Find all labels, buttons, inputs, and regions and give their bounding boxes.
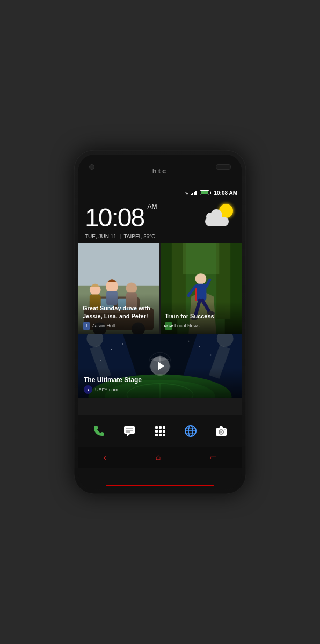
svg-rect-51 [163,426,165,429]
bottom-nav [78,415,242,447]
nav-bottom-buttons: ‹ ⌂ ▭ [78,447,242,468]
video-title: The Ultimate Stage [84,376,236,384]
messages-icon [122,424,136,438]
svg-rect-21 [195,288,197,301]
social-card-overlay: Great Sunday drive with Jessie, Lisa, an… [78,294,159,334]
svg-rect-45 [124,426,135,434]
social-card-title: Great Sunday drive with Jessie, Lisa, an… [83,304,155,320]
screen: ∿ 10:08 AM 10:08 [78,187,242,468]
news-card-source: NSW Local News [165,322,237,330]
status-time: 10:08 AM [214,190,237,196]
svg-rect-28 [183,243,220,274]
svg-point-41 [188,341,189,342]
svg-rect-53 [159,430,162,433]
status-icons: ∿ 10:08 AM [184,190,237,196]
front-camera [89,164,94,170]
video-source-label: UEFA.com [95,387,118,392]
home-button[interactable]: ⌂ [156,452,161,462]
nsw-icon: NSW [165,322,172,330]
clock-left: 10:08 AM TUE, JUN 11 | TAIPEI, 26°C [85,203,157,239]
video-source: ★ UEFA.com [84,385,236,394]
svg-rect-57 [163,434,165,436]
svg-point-36 [111,349,112,350]
nav-messages[interactable] [118,419,141,443]
status-bar: ∿ 10:08 AM [78,187,242,199]
browser-icon [184,424,198,438]
weather-icon [203,203,235,229]
ucl-icon: ★ [84,385,92,394]
nav-phone[interactable] [87,419,111,443]
back-button[interactable]: ‹ [103,452,106,463]
social-source-label: Jason Holt [92,323,115,328]
svg-point-39 [199,346,200,347]
svg-point-40 [210,354,211,355]
svg-point-66 [220,431,222,433]
clock-widget: 10:08 AM TUE, JUN 11 | TAIPEI, 26°C [78,199,242,243]
svg-rect-52 [155,430,158,433]
news-card-overlay: Train for Success NSW Local News [161,302,242,334]
svg-marker-64 [219,426,223,428]
svg-rect-56 [159,434,162,436]
video-overlay: The Ultimate Stage ★ UEFA.com [78,368,242,398]
cards-row-top: Great Sunday drive with Jessie, Lisa, an… [78,243,242,334]
news-card-title: Train for Success [165,312,237,320]
svg-point-12 [126,283,137,294]
svg-rect-55 [155,434,158,436]
bottom-bezel [78,468,242,489]
date-info: TUE, JUN 11 | TAIPEI, 26°C [85,233,157,239]
cloud-shape [203,215,231,226]
social-card[interactable]: Great Sunday drive with Jessie, Lisa, an… [78,243,159,334]
earpiece [216,164,231,170]
camera-icon [214,424,228,438]
weather-widget [203,203,235,229]
svg-rect-50 [159,426,162,429]
news-source-label: Local News [174,323,200,328]
nav-apps[interactable] [148,419,172,443]
news-card[interactable]: Train for Success NSW Local News [161,243,242,334]
svg-point-38 [100,360,101,361]
wifi-icon: ∿ [184,190,188,196]
svg-rect-54 [163,430,165,433]
facebook-icon: f [83,322,90,330]
content-cards: Great Sunday drive with Jessie, Lisa, an… [78,243,242,415]
svg-rect-49 [155,426,158,429]
apps-icon [153,424,167,438]
battery-fill [201,191,208,194]
svg-point-19 [195,273,207,284]
svg-rect-67 [224,429,226,430]
nav-camera[interactable] [209,419,233,443]
clock-time: 10:08 AM [85,203,157,232]
recent-apps-button[interactable]: ▭ [210,453,217,462]
svg-point-37 [122,343,123,345]
am-pm-label: AM [148,203,157,210]
phone-device: htc ∿ 10:08 AM [74,150,246,494]
htc-logo: htc [152,167,168,175]
battery-icon [200,190,209,195]
nav-browser[interactable] [179,419,202,443]
video-card[interactable]: The Ultimate Stage ★ UEFA.com [78,334,242,398]
phone-icon [92,424,106,438]
signal-icon [191,190,197,195]
top-bezel: htc [78,155,242,187]
phone-inner: htc ∿ 10:08 AM [78,155,242,489]
red-strip-bottom [106,485,214,486]
svg-point-10 [106,280,118,292]
svg-rect-20 [195,284,207,301]
social-card-source: f Jason Holt [83,322,155,330]
